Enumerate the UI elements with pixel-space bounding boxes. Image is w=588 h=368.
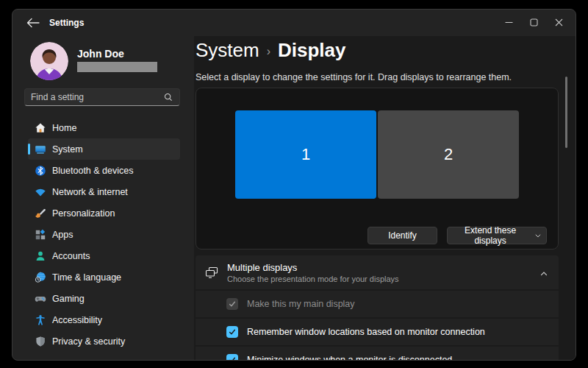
identify-button[interactable]: Identify — [368, 227, 437, 244]
sidebar-item-accounts[interactable]: Accounts — [28, 245, 180, 266]
main-content: System › Display Select a display to cha… — [194, 36, 576, 360]
maximize-button[interactable] — [521, 13, 546, 32]
multiple-displays-options: Make this my main displayRemember window… — [196, 291, 559, 360]
close-icon — [555, 18, 563, 26]
network-icon — [35, 186, 46, 198]
option-label: Remember window locations based on monit… — [247, 327, 485, 337]
breadcrumb-separator: › — [267, 43, 270, 58]
monitor-2[interactable]: 2 — [378, 110, 519, 199]
minimize-icon — [505, 18, 513, 26]
titlebar: Settings — [12, 10, 576, 36]
sidebar-item-system[interactable]: System — [28, 138, 180, 160]
multiple-displays-expander[interactable]: Multiple displays Choose the presentatio… — [196, 255, 559, 289]
sidebar-item-label: Personalization — [52, 208, 115, 219]
sidebar-item-label: Network & internet — [52, 187, 128, 197]
sidebar-item-label: System — [52, 144, 83, 155]
bluetooth-icon — [35, 165, 46, 177]
sidebar-item-network-internet[interactable]: Network & internet — [28, 181, 180, 202]
sidebar: John Doe HomeSystemBluetooth & devicesNe… — [12, 36, 194, 360]
sidebar-item-gaming[interactable]: Gaming — [28, 288, 180, 309]
back-button[interactable] — [26, 17, 40, 29]
desktop-backdrop: Settings — [0, 0, 588, 368]
sidebar-item-label: Apps — [52, 230, 74, 240]
sidebar-item-time-language[interactable]: Time & language — [28, 266, 180, 288]
search-input[interactable] — [25, 92, 163, 102]
display-arrangement-panel: 12 Identify Extend these displays — [196, 88, 559, 250]
maximize-icon — [530, 18, 538, 26]
settings-window: Settings — [12, 9, 576, 361]
option-row-minimize-windows-when-a-monitor-is-disconnected: Minimize windows when a monitor is disco… — [196, 347, 559, 360]
sidebar-item-label: Bluetooth & devices — [52, 166, 134, 176]
sidebar-item-privacy-security[interactable]: Privacy & security — [28, 330, 180, 352]
breadcrumb-system[interactable]: System — [196, 39, 259, 62]
sidebar-item-apps[interactable]: Apps — [28, 224, 180, 245]
sidebar-item-personalization[interactable]: Personalization — [28, 202, 180, 224]
page-description: Select a display to change the settings … — [196, 72, 512, 82]
search-icon — [163, 92, 173, 102]
window-controls — [496, 13, 571, 32]
sidebar-item-label: Home — [52, 123, 76, 133]
multiple-displays-section: Multiple displays Choose the presentatio… — [196, 255, 559, 360]
accessibility-icon — [35, 314, 46, 326]
chevron-up-icon[interactable] — [539, 268, 548, 277]
checkbox-minimize-windows-when-a-monitor-is-disconnected[interactable] — [226, 354, 238, 360]
selection-pill — [28, 144, 30, 155]
user-name: John Doe — [77, 48, 124, 60]
privacy-icon — [35, 336, 46, 347]
chevron-down-icon — [534, 232, 542, 240]
home-icon — [35, 122, 46, 134]
close-button[interactable] — [546, 13, 571, 32]
monitor-arrangement: 12 — [196, 110, 558, 199]
apps-icon — [35, 229, 46, 241]
sidebar-item-home[interactable]: Home — [28, 117, 180, 138]
checkbox-make-this-my-main-display — [226, 298, 238, 310]
gaming-icon — [35, 293, 46, 305]
accounts-icon — [35, 250, 46, 262]
sidebar-nav: HomeSystemBluetooth & devicesNetwork & i… — [28, 117, 180, 352]
option-label: Make this my main display — [247, 299, 355, 309]
section-title: Multiple displays — [227, 262, 399, 273]
search-box — [24, 88, 180, 106]
extend-displays-dropdown[interactable]: Extend these displays — [447, 227, 547, 244]
window-title: Settings — [49, 18, 84, 28]
sidebar-item-label: Accounts — [52, 251, 90, 261]
multiple-displays-icon — [204, 265, 219, 280]
user-email-placeholder — [77, 62, 157, 72]
monitor-1[interactable]: 1 — [235, 110, 376, 199]
minimize-button[interactable] — [496, 13, 521, 32]
option-row-remember-window-locations-based-on-monitor-connection: Remember window locations based on monit… — [196, 319, 559, 345]
avatar — [30, 42, 68, 80]
sidebar-item-bluetooth-devices[interactable]: Bluetooth & devices — [28, 160, 180, 181]
personalization-icon — [35, 208, 46, 219]
extend-displays-label: Extend these displays — [452, 225, 528, 246]
section-subtitle: Choose the presentation mode for your di… — [227, 275, 399, 283]
scrollbar-thumb[interactable] — [565, 77, 567, 148]
sidebar-item-label: Gaming — [52, 294, 85, 304]
sidebar-item-accessibility[interactable]: Accessibility — [28, 309, 180, 330]
sidebar-item-label: Time & language — [52, 272, 121, 283]
system-icon — [35, 144, 46, 155]
time-language-icon — [35, 272, 46, 283]
sidebar-item-label: Privacy & security — [52, 336, 125, 347]
breadcrumb: System › Display — [196, 39, 346, 62]
sidebar-item-label: Accessibility — [52, 315, 102, 325]
option-label: Minimize windows when a monitor is disco… — [247, 355, 452, 360]
page-title: Display — [278, 39, 346, 62]
option-row-make-this-my-main-display: Make this my main display — [196, 291, 559, 317]
checkbox-remember-window-locations-based-on-monitor-connection[interactable] — [226, 326, 238, 338]
